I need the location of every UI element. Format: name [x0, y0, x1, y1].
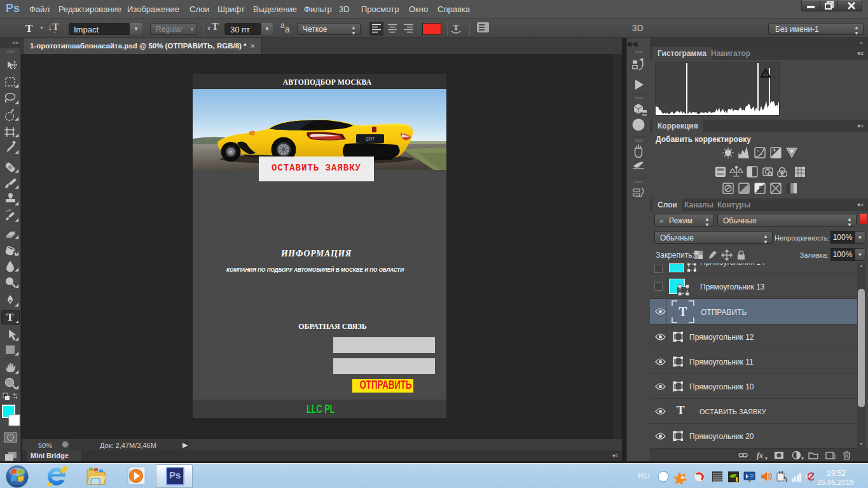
svg-text:▾: ▾	[765, 456, 768, 461]
svg-text:i: i	[637, 120, 640, 130]
svg-text:!: !	[765, 71, 767, 78]
svg-text:fx: fx	[757, 451, 763, 460]
svg-text:▾: ▾	[801, 456, 804, 461]
svg-text:SRT: SRT	[366, 137, 375, 141]
svg-text:T: T	[679, 305, 687, 319]
svg-text:T: T	[453, 22, 459, 32]
